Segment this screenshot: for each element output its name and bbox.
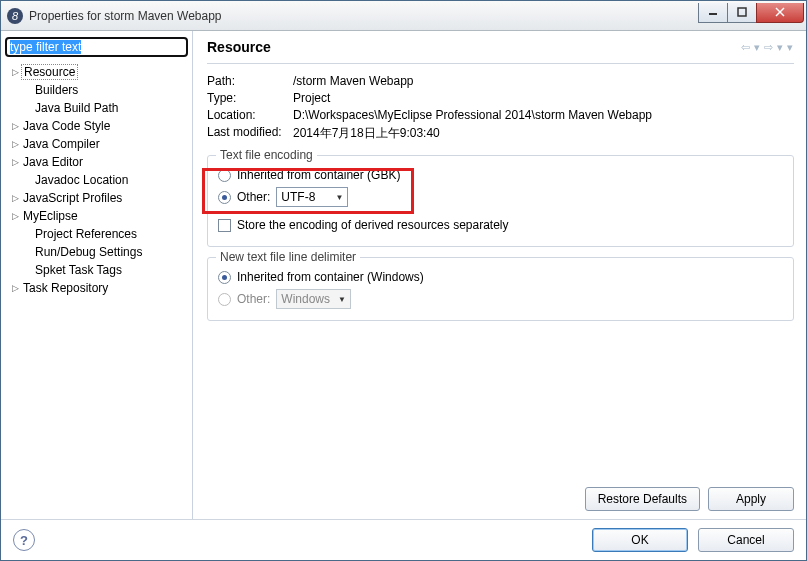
tree-item-label: Java Code Style xyxy=(21,119,112,133)
encoding-group: Text file encoding Inherited from contai… xyxy=(207,155,794,247)
properties-grid: Path:/storm Maven Webapp Type:Project Lo… xyxy=(207,74,794,145)
delimiter-combo-value: Windows xyxy=(281,292,330,306)
delimiter-inherited-radio[interactable] xyxy=(218,271,231,284)
help-icon[interactable]: ? xyxy=(13,529,35,551)
delimiter-group: New text file line delimiter Inherited f… xyxy=(207,257,794,321)
forward-icon[interactable]: ⇨ xyxy=(763,41,774,54)
back-icon[interactable]: ⇦ xyxy=(740,41,751,54)
delimiter-inherited-label: Inherited from container (Windows) xyxy=(237,270,424,284)
maximize-button[interactable] xyxy=(727,3,757,23)
main-panel: Resource ⇦▾ ⇨▾ ▾ Path:/storm Maven Webap… xyxy=(193,31,806,519)
chevron-down-icon[interactable]: ▾ xyxy=(776,41,784,54)
encoding-legend: Text file encoding xyxy=(216,148,317,162)
tree-item-label: Java Editor xyxy=(21,155,85,169)
derived-label: Store the encoding of derived resources … xyxy=(237,218,509,232)
tree-item-run-debug-settings[interactable]: Run/Debug Settings xyxy=(5,243,188,261)
restore-defaults-button[interactable]: Restore Defaults xyxy=(585,487,700,511)
delimiter-legend: New text file line delimiter xyxy=(216,250,360,264)
tree-item-resource[interactable]: ▷Resource xyxy=(5,63,188,81)
tree-item-label: Resource xyxy=(21,64,78,80)
tree-item-builders[interactable]: Builders xyxy=(5,81,188,99)
expand-icon[interactable]: ▷ xyxy=(9,157,21,167)
properties-dialog: 8 Properties for storm Maven Webapp ▷Res… xyxy=(0,0,807,561)
window-controls xyxy=(699,3,804,23)
expand-icon[interactable]: ▷ xyxy=(9,283,21,293)
modified-label: Last modified: xyxy=(207,125,293,142)
dialog-body: ▷ResourceBuildersJava Build Path▷Java Co… xyxy=(1,31,806,519)
tree-item-label: Spket Task Tags xyxy=(33,263,124,277)
type-label: Type: xyxy=(207,91,293,105)
location-value: D:\Workspaces\MyEclipse Professional 201… xyxy=(293,108,652,122)
tree-item-java-editor[interactable]: ▷Java Editor xyxy=(5,153,188,171)
filter-input[interactable] xyxy=(5,37,188,57)
encoding-other-radio[interactable] xyxy=(218,191,231,204)
tree-item-javadoc-location[interactable]: Javadoc Location xyxy=(5,171,188,189)
encoding-other-label: Other: xyxy=(237,190,270,204)
tree-item-label: Run/Debug Settings xyxy=(33,245,144,259)
menu-icon[interactable]: ▾ xyxy=(786,41,794,54)
expand-icon[interactable]: ▷ xyxy=(9,139,21,149)
tree-item-label: MyEclipse xyxy=(21,209,80,223)
category-tree: ▷ResourceBuildersJava Build Path▷Java Co… xyxy=(5,63,188,297)
minimize-button[interactable] xyxy=(698,3,728,23)
location-label: Location: xyxy=(207,108,293,122)
chevron-down-icon: ▼ xyxy=(338,295,346,304)
modified-value: 2014年7月18日上午9:03:40 xyxy=(293,125,440,142)
svg-rect-1 xyxy=(738,8,746,16)
page-heading: Resource xyxy=(207,39,740,55)
nav-arrows: ⇦▾ ⇨▾ ▾ xyxy=(740,41,794,54)
expand-icon[interactable]: ▷ xyxy=(9,193,21,203)
tree-item-java-compiler[interactable]: ▷Java Compiler xyxy=(5,135,188,153)
expand-icon[interactable]: ▷ xyxy=(9,121,21,131)
tree-item-label: Task Repository xyxy=(21,281,110,295)
encoding-combo[interactable]: UTF-8 ▼ xyxy=(276,187,348,207)
tree-item-label: Java Build Path xyxy=(33,101,120,115)
type-value: Project xyxy=(293,91,330,105)
chevron-down-icon[interactable]: ▾ xyxy=(753,41,761,54)
path-label: Path: xyxy=(207,74,293,88)
derived-checkbox[interactable] xyxy=(218,219,231,232)
delimiter-combo: Windows ▼ xyxy=(276,289,351,309)
tree-item-spket-task-tags[interactable]: Spket Task Tags xyxy=(5,261,188,279)
tree-item-javascript-profiles[interactable]: ▷JavaScript Profiles xyxy=(5,189,188,207)
tree-item-label: Javadoc Location xyxy=(33,173,130,187)
app-icon: 8 xyxy=(7,8,23,24)
tree-item-label: Project References xyxy=(33,227,139,241)
tree-item-label: JavaScript Profiles xyxy=(21,191,124,205)
apply-button[interactable]: Apply xyxy=(708,487,794,511)
tree-item-myeclipse[interactable]: ▷MyEclipse xyxy=(5,207,188,225)
tree-item-label: Builders xyxy=(33,83,80,97)
tree-item-label: Java Compiler xyxy=(21,137,102,151)
titlebar[interactable]: 8 Properties for storm Maven Webapp xyxy=(1,1,806,31)
delimiter-other-radio[interactable] xyxy=(218,293,231,306)
close-button[interactable] xyxy=(756,3,804,23)
chevron-down-icon: ▼ xyxy=(335,193,343,202)
dialog-footer: ? OK Cancel xyxy=(1,519,806,560)
expand-icon[interactable]: ▷ xyxy=(9,211,21,221)
tree-item-java-code-style[interactable]: ▷Java Code Style xyxy=(5,117,188,135)
sidebar: ▷ResourceBuildersJava Build Path▷Java Co… xyxy=(1,31,193,519)
expand-icon[interactable]: ▷ xyxy=(9,67,21,77)
encoding-inherited-label: Inherited from container (GBK) xyxy=(237,168,400,182)
tree-item-java-build-path[interactable]: Java Build Path xyxy=(5,99,188,117)
path-value: /storm Maven Webapp xyxy=(293,74,414,88)
ok-button[interactable]: OK xyxy=(592,528,688,552)
encoding-inherited-radio[interactable] xyxy=(218,169,231,182)
tree-item-task-repository[interactable]: ▷Task Repository xyxy=(5,279,188,297)
tree-item-project-references[interactable]: Project References xyxy=(5,225,188,243)
window-title: Properties for storm Maven Webapp xyxy=(29,9,699,23)
delimiter-other-label: Other: xyxy=(237,292,270,306)
cancel-button[interactable]: Cancel xyxy=(698,528,794,552)
encoding-combo-value: UTF-8 xyxy=(281,190,327,204)
